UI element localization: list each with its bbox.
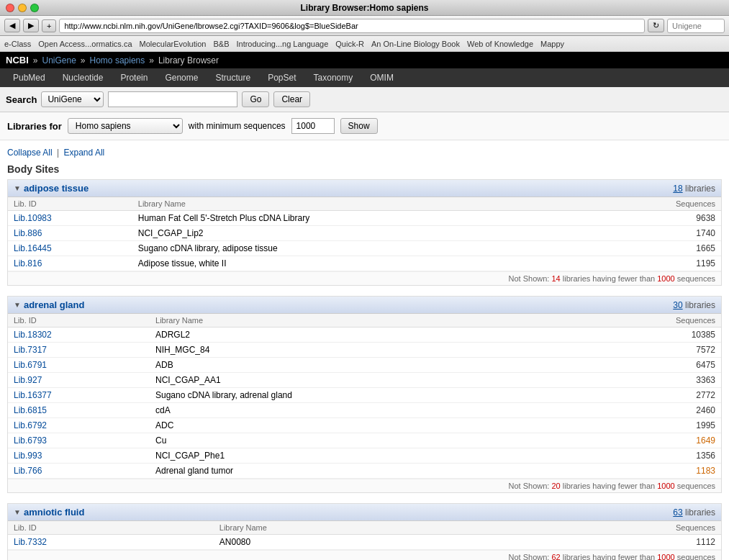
lib-link[interactable]: Lib.6793 xyxy=(14,435,47,446)
col-sequences: Sequences xyxy=(574,314,721,328)
category-count-link-adrenal[interactable]: 30 xyxy=(673,300,682,310)
category-adipose-tissue: ▼ adipose tissue 18 libraries Lib. ID Li… xyxy=(7,179,722,286)
collapse-triangle-adipose[interactable]: ▼ xyxy=(14,184,21,192)
show-button[interactable]: Show xyxy=(340,118,378,134)
browser-search-input[interactable] xyxy=(667,19,725,33)
lib-link[interactable]: Lib.927 xyxy=(14,375,42,385)
lib-link[interactable]: Lib.16377 xyxy=(14,390,52,400)
table-row: Lib.6793 Cu 1649 xyxy=(8,433,721,448)
lib-seqcount: 9638 xyxy=(592,211,721,226)
lib-link[interactable]: Lib.993 xyxy=(14,451,42,461)
col-sequences: Sequences xyxy=(486,521,721,535)
breadcrumb-unigene[interactable]: UniGene xyxy=(42,55,76,66)
lib-link[interactable]: Lib.10983 xyxy=(14,213,52,223)
tab-genome[interactable]: Genome xyxy=(156,68,207,87)
lib-seqcount: 1183 xyxy=(574,464,721,479)
col-libname: Library Name xyxy=(150,314,574,328)
lib-seqcount: 1649 xyxy=(574,433,721,448)
bookmark-item-wok[interactable]: Web of Knowledge xyxy=(467,40,533,48)
bookmark-item-bb[interactable]: B&B xyxy=(213,40,229,48)
lib-link[interactable]: Lib.7317 xyxy=(14,345,47,355)
minimize-button[interactable] xyxy=(18,4,27,12)
add-tab-button[interactable]: + xyxy=(42,19,56,32)
libraries-for-label: Libraries for xyxy=(7,121,62,132)
bookmark-item-eclass[interactable]: e-Class xyxy=(4,40,31,48)
lib-name: NCI_CGAP_Lip2 xyxy=(132,226,593,241)
lib-link[interactable]: Lib.18302 xyxy=(14,330,52,340)
not-shown-link-adipose[interactable]: 14 xyxy=(551,274,560,283)
lib-link[interactable]: Lib.886 xyxy=(14,228,42,238)
category-count-link-adipose[interactable]: 18 xyxy=(673,184,682,194)
lib-name: cdA xyxy=(150,403,574,418)
back-button[interactable]: ◀ xyxy=(4,19,20,32)
category-title-adrenal: ▼ adrenal gland 30 libraries xyxy=(8,297,721,314)
lib-link[interactable]: Lib.7332 xyxy=(14,537,47,547)
category-name-adipose: adipose tissue xyxy=(24,183,89,194)
lib-link[interactable]: Lib.816 xyxy=(14,258,42,268)
lib-name: Human Fat Cell 5'-Stretch Plus cDNA Libr… xyxy=(132,211,593,226)
table-row: Lib.7317 NIH_MGC_84 7572 xyxy=(8,343,721,358)
not-shown-link-adrenal[interactable]: 20 xyxy=(551,482,560,490)
breadcrumb-homo-sapiens[interactable]: Homo sapiens xyxy=(90,55,145,66)
search-bar: Search UniGene PubMed Nucleotide Go Clea… xyxy=(0,87,729,112)
tab-pubmed[interactable]: PubMed xyxy=(4,68,54,87)
lib-link[interactable]: Lib.6815 xyxy=(14,405,47,415)
tab-omim[interactable]: OMIM xyxy=(361,68,402,87)
bookmark-item-openaccess[interactable]: Open Access...ormatics.ca xyxy=(38,40,132,48)
bookmark-item-quickr[interactable]: Quick-R xyxy=(335,40,364,48)
col-libid: Lib. ID xyxy=(8,314,150,328)
lib-seqcount: 1665 xyxy=(592,241,721,256)
lib-link[interactable]: Lib.766 xyxy=(14,466,42,476)
lib-seqcount: 1195 xyxy=(592,256,721,271)
lib-seqcount: 2460 xyxy=(574,403,721,418)
category-amniotic-fluid: ▼ amniotic fluid 63 libraries Lib. ID Li… xyxy=(7,503,722,560)
not-shown-link-amniotic[interactable]: 62 xyxy=(551,553,560,560)
search-go-button[interactable]: Go xyxy=(242,91,269,107)
search-clear-button[interactable]: Clear xyxy=(273,91,310,107)
tab-taxonomy[interactable]: Taxonomy xyxy=(305,68,362,87)
min-seq-input[interactable] xyxy=(291,118,335,134)
category-title-amniotic: ▼ amniotic fluid 63 libraries xyxy=(8,504,721,521)
tab-protein[interactable]: Protein xyxy=(112,68,156,87)
bookmark-item-biology[interactable]: An On-Line Biology Book xyxy=(371,40,460,48)
bookmark-item-molevol[interactable]: MolecularEvolution xyxy=(140,40,207,48)
lib-seqcount: 1995 xyxy=(574,418,721,433)
bookmark-item-language[interactable]: Introducing...ng Language xyxy=(236,40,328,48)
tab-nucleotide[interactable]: Nucleotide xyxy=(54,68,112,87)
url-bar[interactable] xyxy=(59,19,645,33)
tab-popset[interactable]: PopSet xyxy=(259,68,304,87)
expand-all-link[interactable]: Expand All xyxy=(64,148,105,158)
bookmark-item-mappy[interactable]: Mappy xyxy=(540,40,564,48)
lib-link[interactable]: Lib.6792 xyxy=(14,420,47,430)
search-select[interactable]: UniGene PubMed Nucleotide xyxy=(41,91,104,107)
lib-name: AN0080 xyxy=(214,535,486,550)
table-row: Lib.886 NCI_CGAP_Lip2 1740 xyxy=(8,226,721,241)
reload-button[interactable]: ↻ xyxy=(648,19,664,32)
search-input[interactable] xyxy=(108,91,237,107)
tab-structure[interactable]: Structure xyxy=(207,68,259,87)
category-count-link-amniotic[interactable]: 63 xyxy=(673,507,682,518)
table-row: Lib.993 NCI_CGAP_Phe1 1356 xyxy=(8,448,721,464)
lib-name: Cu xyxy=(150,433,574,448)
search-label: Search xyxy=(6,94,37,105)
collapse-all-link[interactable]: Collapse All xyxy=(7,148,53,158)
category-count-adipose: 18 libraries xyxy=(673,184,715,194)
col-libname: Library Name xyxy=(214,521,486,535)
lib-name: NIH_MGC_84 xyxy=(150,343,574,358)
not-shown-adrenal: Not Shown: 20 libraries having fewer tha… xyxy=(8,479,721,492)
collapse-triangle-amniotic[interactable]: ▼ xyxy=(14,508,21,516)
forward-button[interactable]: ▶ xyxy=(23,19,39,32)
lib-seqcount: 3363 xyxy=(574,373,721,388)
species-select[interactable]: Homo sapiens xyxy=(68,118,183,134)
lib-seqcount: 1356 xyxy=(574,448,721,464)
not-shown-amniotic: Not Shown: 62 libraries having fewer tha… xyxy=(8,550,721,560)
lib-link[interactable]: Lib.16445 xyxy=(14,243,52,253)
collapse-triangle-adrenal[interactable]: ▼ xyxy=(14,301,21,309)
lib-seqcount: 10385 xyxy=(574,328,721,343)
lib-link[interactable]: Lib.6791 xyxy=(14,360,47,370)
maximize-button[interactable] xyxy=(30,4,39,12)
bookmarks-bar: e-Class Open Access...ormatics.ca Molecu… xyxy=(0,36,729,52)
section-header: Body Sites xyxy=(7,163,722,175)
close-button[interactable] xyxy=(6,4,14,12)
category-title-adipose: ▼ adipose tissue 18 libraries xyxy=(8,180,721,197)
